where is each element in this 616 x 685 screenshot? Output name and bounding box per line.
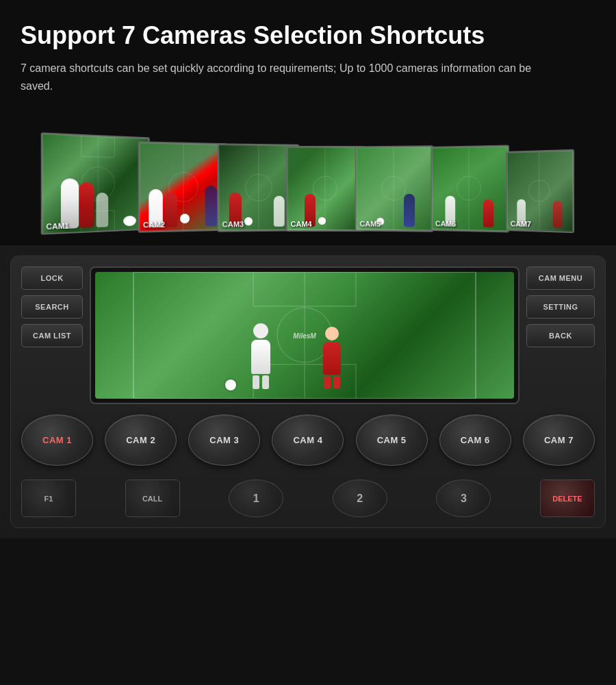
cam-btn-3-label: CAM 3 [209,435,239,445]
cam-label-1: CAM1 [46,222,68,232]
search-button[interactable]: SEARCH [21,295,83,319]
f1-button[interactable]: F1 [21,480,76,517]
cam-label-6: CAM6 [435,220,455,228]
cam-menu-button[interactable]: CAM MENU [526,266,595,290]
device-body: LOCK SEARCH CAM LIST [10,256,606,528]
svg-rect-3 [81,136,114,157]
cameras-section: CAM1 CAM2 [0,108,616,245]
cam-btn-4-label: CAM 4 [293,435,322,445]
numeric-row: F1 CALL 1 2 3 DELETE [21,476,595,517]
device-screen: MilesM [95,272,514,399]
cam-buttons-row: CAM 1 CAM 2 CAM 3 CAM 4 CAM 5 CAM 6 CAM … [21,411,595,469]
cam-card-1: CAM1 [40,133,149,236]
cam-card-2: CAM2 [138,142,227,233]
cam-card-4: CAM4 [286,146,365,232]
call-button[interactable]: CALL [125,480,180,517]
cam-label-3: CAM3 [222,221,244,229]
screen-container: MilesM [90,266,519,404]
cam-btn-2[interactable]: CAM 2 [105,414,177,466]
cam-btn-1[interactable]: CAM 1 [21,414,93,466]
num1-button[interactable]: 1 [229,480,283,517]
cam-label-5: CAM5 [359,220,381,228]
page-title: Support 7 Cameras Selection Shortcuts [21,21,595,50]
lock-button[interactable]: LOCK [21,266,83,290]
cam-btn-3[interactable]: CAM 3 [188,414,260,466]
subtitle-text: 7 camera shortcuts can be set quickly ac… [21,60,534,95]
delete-button[interactable]: DELETE [540,480,595,517]
cam-label-4: CAM4 [291,220,312,228]
cam-btn-4[interactable]: CAM 4 [272,414,344,466]
num3-button[interactable]: 3 [436,480,491,517]
cam-btn-7-label: CAM 7 [544,435,574,445]
cam-cards-container: CAM1 CAM2 [0,136,616,232]
back-button[interactable]: BACK [526,324,595,347]
right-buttons: CAM MENU SETTING BACK [526,266,595,404]
camlist-button[interactable]: CAM LIST [21,324,83,347]
cam-label-7: CAM7 [510,220,530,229]
cam-card-6: CAM6 [431,145,509,233]
cam-label-2: CAM2 [143,221,165,229]
cam-btn-7[interactable]: CAM 7 [523,414,595,466]
cam-btn-5[interactable]: CAM 5 [356,414,428,466]
setting-button[interactable]: SETTING [526,295,595,319]
cam-btn-6-label: CAM 6 [461,435,490,445]
cam-card-7: CAM7 [506,149,574,233]
device-section: LOCK SEARCH CAM LIST [0,245,616,538]
cam-btn-1-label: CAM 1 [42,435,72,445]
left-buttons: LOCK SEARCH CAM LIST [21,266,83,404]
cam-btn-5-label: CAM 5 [377,435,407,445]
num2-button[interactable]: 2 [333,480,387,517]
top-section: Support 7 Cameras Selection Shortcuts 7 … [0,0,616,108]
cam-card-5: CAM5 [355,146,433,232]
screen-logo: MilesM [293,332,316,339]
cam-btn-2-label: CAM 2 [126,435,155,445]
device-top-row: LOCK SEARCH CAM LIST [21,266,595,404]
cam-btn-6[interactable]: CAM 6 [439,414,511,466]
